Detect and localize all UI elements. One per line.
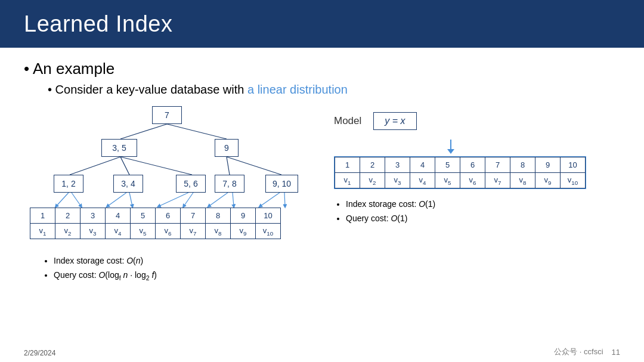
svg-line-15	[260, 193, 280, 206]
svg-line-14	[233, 193, 234, 206]
btree-l2-2: 3, 4	[113, 175, 143, 193]
svg-line-1	[167, 124, 227, 139]
svg-line-6	[227, 157, 281, 175]
svg-line-2	[70, 157, 120, 175]
btree-l2-1: 1, 2	[54, 175, 83, 193]
bullet-sub: • Consider a key-value database with a l…	[48, 83, 620, 97]
svg-line-12	[184, 193, 193, 206]
svg-line-9	[107, 193, 126, 206]
model-row: Model y = x	[334, 112, 417, 130]
btree-data-table: 12345 678910 v1v2v3v4v5 v6v7v8v9v10	[30, 208, 281, 239]
model-table-wrapper: 12345 678910 v1v2v3v4v5 v6v7v8v9v10	[334, 156, 586, 189]
footer-date: 2/29/2024	[24, 349, 55, 357]
slide-content: • An example • Consider a key-value data…	[0, 48, 644, 289]
svg-line-0	[120, 124, 167, 139]
btree-root: 7	[152, 106, 182, 124]
model-costs: Index storage cost: O(1) Query cost: O(1…	[334, 197, 435, 226]
tree-container: 7 3, 5 9 1, 2 3, 4 5, 6 7, 8 9, 10 12345…	[24, 106, 310, 249]
svg-line-7	[56, 193, 69, 206]
btree-cost-1: Index storage cost: O(n)	[54, 254, 157, 268]
svg-line-3	[120, 157, 129, 175]
btree-section: 7 3, 5 9 1, 2 3, 4 5, 6 7, 8 9, 10 12345…	[24, 106, 310, 283]
svg-line-13	[209, 193, 228, 206]
bullet-main: • An example	[24, 60, 620, 78]
model-data-table: 12345 678910 v1v2v3v4v5 v6v7v8v9v10	[335, 157, 586, 188]
btree-l1-left: 3, 5	[101, 139, 137, 157]
btree-cost-2: Query cost: O(logf n · log2 f)	[54, 268, 157, 284]
svg-line-11	[159, 193, 188, 206]
svg-line-5	[227, 157, 230, 175]
model-arrow	[447, 140, 454, 154]
model-cost-2: Query cost: O(1)	[346, 212, 435, 226]
footer-watermark: 公众号 · ccfsci 11	[554, 346, 620, 357]
svg-line-4	[120, 157, 192, 175]
svg-line-8	[72, 193, 81, 206]
btree-l2-4: 7, 8	[215, 175, 244, 193]
model-formula: y = x	[373, 112, 416, 130]
slide-title: Learned Index	[24, 11, 172, 37]
btree-l1-right: 9	[215, 139, 239, 157]
model-section: Model y = x 12345 678910 v1v2v3v	[322, 106, 620, 283]
btree-l2-5: 9, 10	[265, 175, 298, 193]
svg-line-10	[129, 193, 132, 206]
btree-costs: Index storage cost: O(n) Query cost: O(l…	[24, 254, 157, 283]
btree-l2-3: 5, 6	[176, 175, 206, 193]
model-label: Model	[334, 115, 361, 127]
svg-line-16	[284, 193, 285, 206]
diagrams-container: 7 3, 5 9 1, 2 3, 4 5, 6 7, 8 9, 10 12345…	[24, 106, 620, 283]
header: Learned Index	[0, 0, 644, 48]
model-cost-1: Index storage cost: O(1)	[346, 197, 435, 212]
